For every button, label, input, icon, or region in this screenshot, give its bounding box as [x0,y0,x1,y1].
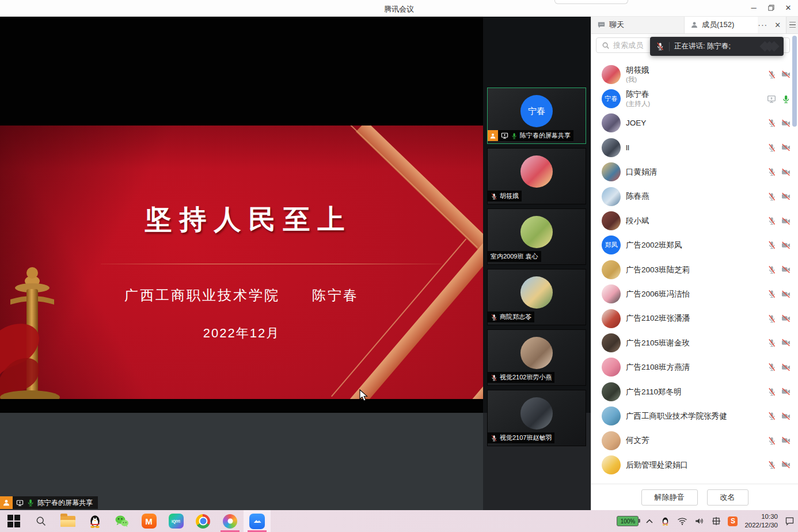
member-name: 段小斌 [626,216,649,226]
slide-title: 坚持人民至上 [0,202,483,238]
wechat-button[interactable] [108,510,135,532]
share-toolbar-collapsed[interactable] [554,0,628,4]
taskbar-search-button[interactable] [27,510,54,532]
wifi-icon[interactable] [677,516,687,526]
chrome-icon [196,514,210,529]
muted-mic-icon [767,436,776,445]
muted-mic-icon [767,265,776,274]
avatar [602,162,621,181]
camera-off-icon [781,192,791,201]
windows-logo-icon [7,515,20,527]
tencent-meeting-button[interactable] [244,510,271,532]
member-name: 广告2003班陆芝莉 [626,265,690,275]
member-list-scrollbar[interactable] [792,36,797,127]
member-row[interactable]: 何文芳 [591,428,798,453]
video-thumbnail[interactable]: 胡筱娥 [487,148,586,204]
member-row[interactable]: 后勤管理处梁娟口 [591,453,798,477]
slide-org: 广西工商职业技术学院 [124,287,280,303]
restore-icon [768,5,774,11]
avatar [602,260,621,279]
muted-mic-icon [767,216,776,225]
tray-expand-chevron[interactable] [645,518,653,524]
tencent-meeting-icon [249,514,265,529]
thumbnail-label: 胡筱娥 [488,191,522,202]
mango-tv-button[interactable]: M [135,510,162,532]
unmute-button[interactable]: 解除静音 [641,489,698,506]
close-button[interactable]: ✕ [780,0,797,16]
member-row[interactable]: JOEY [591,111,798,135]
muted-mic-icon [767,290,776,298]
member-row[interactable]: 广告2108班方燕清 [591,355,798,379]
video-thumbnail[interactable]: 室内2009班 袁心 [487,208,586,265]
video-thumbnail[interactable]: 商院郑志苓 [487,269,586,325]
screen: 腾讯会议 ─ ✕ [0,0,798,532]
member-row[interactable]: ll [591,135,798,159]
volume-icon[interactable] [694,516,705,526]
panel-menu-button[interactable] [786,16,798,33]
avatar [520,155,553,188]
iqiyi-button[interactable]: iQIYI [162,510,189,532]
member-row[interactable]: 广告2006班冯洁怡 [591,282,798,306]
member-row[interactable]: 口黄娟清 [591,160,798,184]
muted-mic-icon [767,314,776,323]
tab-chat[interactable]: 聊天 [591,16,685,33]
start-button[interactable] [0,510,27,532]
tab-members[interactable]: 成员(152) [685,16,758,33]
member-row[interactable]: 广西工商职业技术学院张秀健 [591,404,798,428]
minimize-button[interactable]: ─ [745,0,762,16]
member-row[interactable]: 郑凤广告2002班郑凤 [591,233,798,257]
muted-mic-icon [767,339,776,347]
restore-button[interactable] [762,0,780,16]
battery-indicator[interactable]: 100% [617,516,639,526]
avatar [602,382,621,401]
qq-button[interactable] [81,510,108,532]
member-name: 广告2105班谢金玫 [626,338,690,348]
video-thumbnail[interactable]: 宁春陈宁春的屏幕共享 [487,88,586,144]
mouse-cursor [359,389,368,402]
notification-icon[interactable] [785,516,795,526]
muted-mic-icon [767,119,776,127]
search-placeholder: 搜索成员 [613,40,643,51]
sogou-input-icon[interactable]: S [728,516,738,526]
muted-mic-icon [767,412,776,420]
member-row[interactable]: 广告2105班谢金玫 [591,330,798,355]
member-name: 陈宁春 [626,89,650,100]
browser-360-button[interactable] [216,510,244,532]
member-row[interactable]: 广告2110郑冬明 [591,379,798,404]
screen-share-banner[interactable]: 陈宁春的屏幕共享 [0,496,98,509]
member-row[interactable]: 宁春陈宁春(主持人) [591,86,798,111]
member-row[interactable]: 段小斌 [591,208,798,233]
member-row[interactable]: 胡筱娥(我) [591,62,798,86]
taskbar-clock[interactable]: 10:30 2022/12/30 [744,512,778,530]
ime-indicator-icon[interactable] [712,516,721,526]
share-banner-label: 陈宁春的屏幕共享 [37,498,93,508]
muted-mic-icon [767,363,776,371]
wechat-icon [114,514,130,529]
member-name: 口黄娟清 [626,167,657,177]
chrome-button[interactable] [189,510,216,532]
share-viewport: 坚持人民至上 广西工商职业技术学院陈宁春 2022年12月 [0,16,483,413]
file-explorer-button[interactable] [54,510,81,532]
mic-on-icon [781,94,791,104]
search-glass-icon [35,515,47,527]
qq-tray-icon[interactable] [660,516,670,526]
screen-status-icon [767,94,776,104]
member-row[interactable]: 广告2003班陆芝莉 [591,257,798,282]
video-thumbnail[interactable]: 视觉2107班赵敏羽 [487,390,586,446]
muted-mic-icon [767,387,776,396]
avatar [602,113,621,132]
meeting-watermark-icon [764,43,778,50]
panel-close-button[interactable]: ✕ [774,21,781,29]
system-tray: 100% S 10:30 2022/12/30 [617,510,795,532]
rename-button[interactable]: 改名 [707,489,748,506]
member-row[interactable]: 广告2102班张潘潘 [591,306,798,330]
video-thumbnail-strip: 宁春陈宁春的屏幕共享胡筱娥室内2009班 袁心商院郑志苓视觉2102班劳小燕视觉… [483,16,591,510]
video-thumbnail[interactable]: 视觉2102班劳小燕 [487,329,586,386]
more-button[interactable]: ··· [758,22,767,28]
thumbnail-label: 陈宁春的屏幕共享 [488,130,573,141]
mic-on-icon [26,499,35,507]
avatar [520,216,553,248]
members-icon [690,21,698,29]
member-name: 广告2006班冯洁怡 [626,289,690,299]
member-row[interactable]: 陈春燕 [591,184,798,208]
